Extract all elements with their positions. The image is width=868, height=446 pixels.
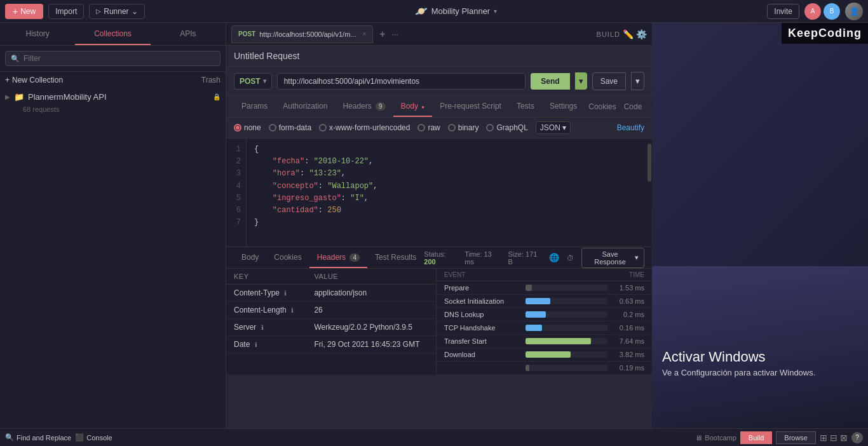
tab-close-icon[interactable]: × [363, 30, 367, 37]
info-icon[interactable]: ℹ [291, 307, 294, 314]
timing-bar-spacer [520, 271, 629, 278]
collection-item[interactable]: ▶ 📁 PlannermMobility API 🔒 [0, 88, 226, 105]
more-tabs-button[interactable]: ··· [392, 30, 398, 39]
timing-bar-socket-init [526, 298, 607, 304]
json-format-select[interactable]: JSON ▾ [536, 121, 571, 134]
timing-bar-fill [526, 338, 591, 344]
request-tab[interactable]: POST http://localhost:5000/api/v1/m... × [231, 25, 373, 43]
timing-val-prepare: 1.53 ms [613, 284, 644, 292]
tab-tests[interactable]: Tests [509, 97, 542, 117]
sidebar-actions: + New Collection Trash [0, 72, 226, 88]
radio-binary[interactable]: binary [448, 123, 479, 132]
tab-authorization[interactable]: Authorization [275, 97, 335, 117]
trash-button[interactable]: Trash [201, 76, 220, 84]
save-response-button[interactable]: Save Response ▾ [581, 248, 644, 268]
layout-icon-button[interactable]: ⊟ [830, 433, 837, 443]
save-response-arrow-icon: ▾ [635, 253, 639, 262]
tab-url: http://localhost:5000/api/v1/m... [259, 30, 356, 38]
edit-icon-button[interactable]: ✏️ [623, 29, 634, 39]
response-tab-cookies[interactable]: Cookies [266, 248, 309, 268]
overlay-gradient [652, 266, 868, 428]
status-left: 🔍 Find and Replace ⬛ Console [5, 433, 112, 442]
tab-pre-request-script[interactable]: Pre-request Script [432, 97, 509, 117]
response-tab-headers[interactable]: Headers 4 [309, 248, 367, 268]
timing-event-socket-init: Socket Initialization [444, 297, 520, 305]
response-content-wrap: KEY VALUE Content-Type ℹ application/jso… [226, 269, 652, 375]
user-avatar[interactable]: 👤 [845, 3, 863, 20]
chevron-down-icon: ▾ [494, 8, 497, 15]
new-collection-button[interactable]: + New Collection [5, 76, 63, 84]
sidebar-tab-collections[interactable]: Collections [75, 23, 150, 45]
panels-icon-button[interactable]: ⊠ [840, 433, 848, 443]
send-arrow-button[interactable]: ▾ [575, 72, 587, 90]
scroll-thumb [648, 144, 651, 182]
sidebar-tab-apis[interactable]: APIs [151, 23, 226, 45]
line-num-5: 5 [226, 193, 246, 205]
timing-row-extra: 0.19 ms [437, 362, 652, 375]
code-content[interactable]: { "fecha": "2010-10-22", "hora": "13:23"… [247, 139, 647, 247]
method-select[interactable]: POST ▾ [234, 73, 272, 90]
response-tab-body[interactable]: Body [234, 248, 266, 268]
info-icon[interactable]: ℹ [255, 341, 257, 348]
save-arrow-button[interactable]: ▾ [631, 72, 644, 90]
timing-bar-fill [526, 351, 571, 358]
line-num-1: 1 [226, 144, 246, 156]
radio-form-data[interactable]: form-data [269, 123, 311, 132]
header-actions: Invite A B 👤 [767, 3, 863, 20]
key-column-header: KEY [226, 269, 306, 285]
planet-icon: 🪐 [415, 5, 428, 17]
tab-body[interactable]: Body ● [393, 97, 433, 117]
header-key-cell: Content-Length ℹ [226, 302, 306, 319]
radio-none[interactable]: none [234, 123, 261, 132]
sidebar-tab-history[interactable]: History [0, 23, 75, 45]
radio-raw[interactable]: raw [417, 123, 440, 132]
send-button[interactable]: Send [531, 73, 569, 90]
build-mode-button[interactable]: Build [740, 431, 772, 444]
method-label: POST [240, 77, 261, 86]
save-button[interactable]: Save [592, 72, 626, 90]
status-right: 🖥 Bootcamp Build Browse ⊞ ⊟ ⊠ ? [695, 431, 863, 444]
grid-icon-button[interactable]: ⊞ [820, 433, 827, 443]
response-tab-test-results[interactable]: Test Results [367, 248, 424, 268]
runner-button[interactable]: ▷ Runner ⌄ [89, 4, 144, 19]
url-input[interactable] [277, 73, 526, 90]
table-row: Server ℹ Werkzeug/2.0.2 Python/3.9.5 [226, 319, 436, 336]
settings-icon-button[interactable]: ⚙️ [636, 29, 647, 39]
table-row: Content-Length ℹ 26 [226, 302, 436, 319]
find-replace-button[interactable]: 🔍 Find and Replace [5, 433, 71, 442]
tab-settings[interactable]: Settings [542, 97, 585, 117]
code-link[interactable]: Code [620, 100, 646, 114]
invite-button[interactable]: Invite [767, 4, 799, 19]
header-key-cell: Date ℹ [226, 336, 306, 353]
chevron-right-icon: ▶ [5, 93, 10, 100]
search-input[interactable] [24, 54, 215, 63]
info-icon[interactable]: ℹ [284, 290, 287, 297]
timing-bar-transfer-start [526, 338, 607, 344]
console-button[interactable]: ⬛ Console [75, 433, 112, 442]
content-area: POST http://localhost:5000/api/v1/m... ×… [226, 23, 652, 428]
timing-bar-download [526, 351, 607, 358]
cookies-link[interactable]: Cookies [585, 100, 620, 114]
help-button[interactable]: ? [851, 432, 863, 443]
line-num-3: 3 [226, 168, 246, 180]
bootcamp-button[interactable]: 🖥 Bootcamp [695, 434, 736, 442]
tab-params[interactable]: Params [234, 97, 275, 117]
timing-row-transfer-start: Transfer Start 7.64 ms [437, 335, 652, 348]
lock-icon: 🔒 [213, 93, 220, 100]
browse-mode-button[interactable]: Browse [776, 431, 816, 444]
radio-graphql[interactable]: GraphQL [486, 123, 527, 132]
response-headers-badge: 4 [349, 253, 360, 262]
timing-row-download: Download 3.82 ms [437, 348, 652, 362]
tab-headers[interactable]: Headers 9 [335, 97, 393, 117]
beautify-button[interactable]: Beautify [617, 123, 644, 132]
new-button[interactable]: New [5, 4, 43, 19]
status-label: Status: 200 [424, 250, 457, 266]
vertical-scrollbar[interactable] [647, 139, 652, 247]
info-icon[interactable]: ℹ [261, 324, 264, 331]
runner-icon: ▷ [96, 8, 101, 15]
add-tab-button[interactable]: + [376, 27, 389, 41]
sidebar: History Collections APIs 🔍 + New Collect… [0, 23, 226, 428]
radio-x-www[interactable]: x-www-form-urlencoded [319, 123, 410, 132]
code-editor[interactable]: 1 2 3 4 5 6 7 { "fecha": "2010-10-22", "… [226, 139, 652, 247]
import-button[interactable]: Import [48, 4, 84, 19]
